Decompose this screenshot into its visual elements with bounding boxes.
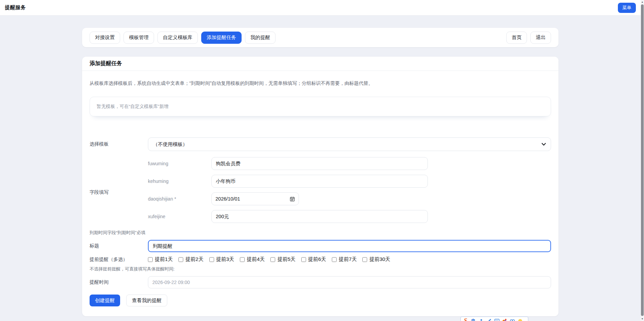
field-date-value: 2026/10/01 [215, 196, 240, 202]
top-bar: 提醒服务 菜单 [0, 0, 641, 16]
advance-option-6[interactable]: 提前6天 [301, 256, 326, 263]
nav-tabs: 对接设置模板管理自定义模板库添加提醒任务我的提醒 [90, 32, 276, 44]
nav-tab-moban-guanli[interactable]: 模板管理 [124, 32, 154, 44]
title-label: 标题 [90, 243, 148, 249]
advance-row: 提前提醒（多选） 提前1天提前2天提前3天提前4天提前5天提前6天提前7天提前3… [90, 256, 551, 263]
advance-checkbox[interactable] [148, 257, 153, 262]
field-label: fuwuming [148, 161, 211, 166]
remind-time-input[interactable] [148, 276, 551, 288]
chevron-down-icon [542, 143, 546, 146]
menu-button[interactable]: 菜单 [618, 3, 636, 13]
field-row: kehuming [148, 175, 551, 188]
advance-checkbox[interactable] [178, 257, 183, 262]
view-my-reminders-button[interactable]: 查看我的提醒 [126, 295, 167, 306]
advance-option-label: 提前5天 [277, 256, 295, 263]
title-input[interactable] [148, 240, 551, 252]
nav-tab-tianjia-tixing-renwu[interactable]: 添加提醒任务 [201, 32, 242, 44]
field-date-input[interactable]: 2026/10/01 [211, 192, 299, 205]
scrollbar-thumb[interactable] [641, 4, 644, 316]
advance-checkbox[interactable] [209, 257, 214, 262]
select-template-row: 选择模板 （不使用模板） [90, 137, 551, 151]
field-text-input[interactable] [211, 175, 428, 188]
field-text-input[interactable] [211, 210, 428, 223]
nav-tab-zidingyi-mobanku[interactable]: 自定义模板库 [157, 32, 198, 44]
emoji-icon[interactable] [517, 318, 523, 321]
advance-option-label: 提前7天 [339, 256, 357, 263]
advance-option-2[interactable]: 提前2天 [178, 256, 203, 263]
nav-card: 对接设置模板管理自定义模板库添加提醒任务我的提醒 首页退出 [82, 28, 558, 47]
advance-option-8[interactable]: 提前30天 [362, 256, 390, 263]
field-row: fuwuming [148, 157, 551, 170]
page: 提醒服务 菜单 对接设置模板管理自定义模板库添加提醒任务我的提醒 首页退出 添加… [0, 0, 641, 321]
advance-options: 提前1天提前2天提前3天提前4天提前5天提前6天提前7天提前30天 [148, 256, 551, 263]
scrollbar-up-arrow-icon[interactable]: ▲ [641, 0, 644, 4]
app-title: 提醒服务 [5, 4, 26, 11]
advance-checkbox[interactable] [332, 257, 337, 262]
advance-option-label: 提前2天 [185, 256, 203, 263]
template-select-value: （不使用模板） [153, 141, 188, 148]
advance-option-5[interactable]: 提前5天 [270, 256, 295, 263]
remind-time-row: 提醒时间 [90, 276, 551, 288]
field-label: daoqishijian * [148, 196, 211, 202]
advance-checkbox[interactable] [301, 257, 306, 262]
panel-title: 添加提醒任务 [90, 60, 122, 67]
title-row: 标题 [90, 240, 551, 252]
nav-tab-wode-tixing[interactable]: 我的提醒 [245, 32, 276, 44]
palette-icon[interactable] [502, 318, 507, 321]
field-label: xufeijine [148, 214, 211, 219]
calendar-icon [290, 196, 295, 202]
content: 对接设置模板管理自定义模板库添加提醒任务我的提醒 首页退出 添加提醒任务 从模板… [82, 28, 558, 316]
required-note: 到期时间字段“到期时间”必填 [90, 230, 551, 236]
create-reminder-button[interactable]: 创建提醒 [90, 295, 120, 306]
pen-icon[interactable] [486, 318, 492, 321]
nav-right: 首页退出 [506, 32, 551, 44]
advance-checkbox[interactable] [362, 257, 367, 262]
field-text-input[interactable] [211, 157, 428, 170]
panel-description: 从模板库选择模板后，系统自动生成中文表单；“到期时间”自动复用模板的到期时间，无… [90, 80, 551, 87]
form-actions: 创建提醒 查看我的提醒 [90, 295, 551, 306]
nav-tab-duijie-shezhi[interactable]: 对接设置 [90, 32, 120, 44]
advance-option-3[interactable]: 提前3天 [209, 256, 234, 263]
select-template-label: 选择模板 [90, 141, 148, 147]
advance-option-label: 提前1天 [155, 256, 173, 263]
vertical-scrollbar[interactable]: ▲ ▼ [641, 0, 644, 321]
user-icon[interactable] [478, 318, 484, 321]
advance-label: 提前提醒（多选） [90, 257, 148, 263]
keyboard-icon[interactable] [494, 318, 499, 321]
no-advance-note: 不选择提前提醒，可直接填写具体提醒时间: [90, 266, 551, 272]
add-task-panel: 添加提醒任务 从模板库选择模板后，系统自动生成中文表单；“到期时间”自动复用模板… [82, 57, 558, 316]
scrollbar-down-arrow-icon[interactable]: ▼ [641, 317, 644, 321]
panel-header: 添加提醒任务 [82, 57, 558, 71]
advance-checkbox[interactable] [270, 257, 275, 262]
advance-option-label: 提前6天 [308, 256, 326, 263]
empty-template-box: 暂无模板，可在“自定义模板库”新增 [90, 97, 551, 116]
advance-option-4[interactable]: 提前4天 [240, 256, 265, 263]
ime-toolbar[interactable]: S电 [460, 317, 528, 321]
advance-option-label: 提前3天 [216, 256, 234, 263]
screen: 提醒服务 菜单 对接设置模板管理自定义模板库添加提醒任务我的提醒 首页退出 添加… [0, 0, 644, 321]
empty-template-text: 暂无模板，可在“自定义模板库”新增 [97, 103, 169, 110]
nav-home-button[interactable]: 首页 [506, 32, 527, 44]
fields-label: 字段填写 [90, 189, 148, 195]
fields-section: 字段填写 fuwumingkehumingdaoqishijian *2026/… [90, 157, 551, 228]
fields-list: fuwumingkehumingdaoqishijian *2026/10/01… [148, 157, 551, 228]
field-row: xufeijine [148, 210, 551, 223]
char-dian-icon[interactable]: 电 [471, 318, 476, 321]
field-label: kehuming [148, 178, 211, 184]
remind-time-label: 提醒时间 [90, 279, 148, 285]
sogou-logo-icon[interactable]: S [463, 318, 468, 321]
status-dots-icon[interactable] [510, 318, 515, 321]
template-select[interactable]: （不使用模板） [148, 137, 551, 151]
advance-option-label: 提前30天 [369, 256, 390, 263]
task-form: 选择模板 （不使用模板） 字段填写 fuwumingkehumingdaoqis… [90, 137, 551, 306]
nav-logout-button[interactable]: 退出 [530, 32, 551, 44]
field-row: daoqishijian *2026/10/01 [148, 192, 551, 205]
advance-option-label: 提前4天 [247, 256, 265, 263]
advance-option-7[interactable]: 提前7天 [332, 256, 357, 263]
advance-checkbox[interactable] [240, 257, 245, 262]
advance-option-1[interactable]: 提前1天 [148, 256, 173, 263]
